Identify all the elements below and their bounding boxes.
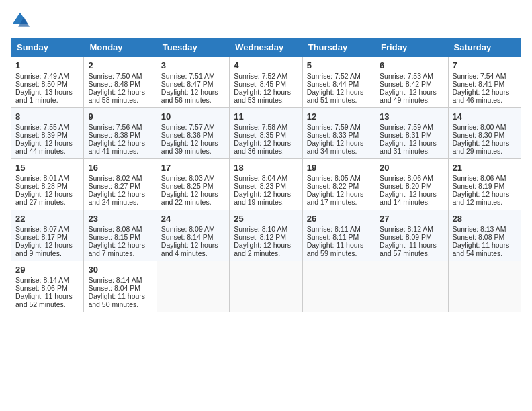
calendar-cell: 24Sunrise: 8:09 AMSunset: 8:14 PMDayligh…: [157, 210, 229, 261]
calendar-cell: 25Sunrise: 8:10 AMSunset: 8:12 PMDayligh…: [230, 210, 302, 261]
calendar-cell: 30Sunrise: 8:14 AMSunset: 8:04 PMDayligh…: [84, 261, 157, 312]
day-info-line: Daylight: 12 hours: [234, 88, 298, 96]
day-info-line: Sunrise: 8:10 AM: [234, 225, 298, 233]
day-info-line: Sunrise: 8:01 AM: [15, 174, 79, 182]
day-info-line: Sunset: 8:22 PM: [307, 182, 371, 190]
day-info-line: Daylight: 12 hours: [234, 190, 298, 198]
day-info-line: Daylight: 12 hours: [234, 241, 298, 249]
day-info-line: Sunset: 8:33 PM: [307, 131, 371, 139]
day-number: 2: [88, 60, 152, 71]
day-info-line: Daylight: 12 hours: [88, 88, 152, 96]
calendar-cell: [448, 261, 521, 312]
day-info-line: Sunrise: 7:49 AM: [15, 72, 79, 80]
day-info-line: Daylight: 12 hours: [15, 190, 79, 198]
day-info-line: Sunset: 8:15 PM: [88, 233, 152, 241]
day-number: 18: [234, 163, 298, 173]
day-info-line: Sunrise: 8:06 AM: [453, 174, 517, 182]
calendar-cell: 2Sunrise: 7:50 AMSunset: 8:48 PMDaylight…: [84, 57, 157, 108]
day-info-line: and 46 minutes.: [453, 96, 517, 104]
day-info-line: Sunrise: 7:50 AM: [88, 72, 152, 80]
day-number: 16: [88, 163, 152, 173]
day-number: 24: [161, 214, 225, 224]
day-info-line: and 57 minutes.: [380, 249, 443, 257]
day-number: 27: [380, 214, 443, 224]
day-info-line: and 19 minutes.: [234, 198, 298, 206]
day-info-line: and 51 minutes.: [307, 96, 371, 104]
calendar-cell: 6Sunrise: 7:53 AMSunset: 8:42 PMDaylight…: [375, 57, 448, 108]
day-info-line: Sunset: 8:38 PM: [88, 131, 152, 139]
day-info-line: and 12 minutes.: [453, 198, 517, 206]
day-info-line: and 50 minutes.: [88, 300, 152, 308]
day-header-wednesday: Wednesday: [230, 38, 302, 57]
day-number: 8: [15, 111, 79, 122]
day-info-line: and 52 minutes.: [15, 300, 79, 308]
day-info-line: Sunrise: 8:00 AM: [453, 123, 517, 131]
day-info-line: Daylight: 12 hours: [161, 241, 225, 249]
day-info-line: Sunset: 8:28 PM: [15, 182, 79, 190]
day-header-sunday: Sunday: [11, 38, 84, 57]
calendar-cell: 21Sunrise: 8:06 AMSunset: 8:19 PMDayligh…: [448, 159, 521, 210]
day-info-line: Daylight: 11 hours: [307, 241, 371, 249]
calendar-cell: 22Sunrise: 8:07 AMSunset: 8:17 PMDayligh…: [11, 210, 84, 261]
day-info-line: and 17 minutes.: [307, 198, 371, 206]
day-info-line: Sunrise: 7:56 AM: [88, 123, 152, 131]
day-info-line: and 49 minutes.: [380, 96, 443, 104]
day-info-line: Sunset: 8:12 PM: [234, 233, 298, 241]
day-info-line: Sunrise: 7:52 AM: [307, 72, 371, 80]
day-info-line: Sunrise: 7:53 AM: [380, 72, 443, 80]
day-info-line: and 31 minutes.: [380, 147, 443, 155]
day-info-line: Sunset: 8:14 PM: [161, 233, 225, 241]
day-info-line: Sunrise: 7:52 AM: [234, 72, 298, 80]
calendar-cell: 8Sunrise: 7:55 AMSunset: 8:39 PMDaylight…: [11, 108, 84, 159]
day-info-line: Sunset: 8:31 PM: [380, 131, 443, 139]
day-number: 28: [453, 214, 517, 224]
day-number: 13: [380, 111, 443, 122]
day-info-line: and 54 minutes.: [453, 249, 517, 257]
day-info-line: Daylight: 12 hours: [161, 88, 225, 96]
calendar-cell: 28Sunrise: 8:13 AMSunset: 8:08 PMDayligh…: [448, 210, 521, 261]
day-header-monday: Monday: [84, 38, 157, 57]
day-info-line: Sunset: 8:35 PM: [234, 131, 298, 139]
day-info-line: and 34 minutes.: [307, 147, 371, 155]
day-number: 6: [380, 60, 443, 71]
calendar-cell: 4Sunrise: 7:52 AMSunset: 8:45 PMDaylight…: [230, 57, 302, 108]
day-info-line: Sunrise: 8:14 AM: [15, 276, 79, 284]
day-info-line: Sunrise: 8:14 AM: [88, 276, 152, 284]
day-info-line: and 1 minute.: [15, 96, 79, 104]
day-info-line: Sunset: 8:25 PM: [161, 182, 225, 190]
day-info-line: Sunrise: 7:59 AM: [380, 123, 443, 131]
day-info-line: Sunset: 8:45 PM: [234, 80, 298, 88]
calendar-cell: 12Sunrise: 7:59 AMSunset: 8:33 PMDayligh…: [302, 108, 375, 159]
day-info-line: Sunset: 8:44 PM: [307, 80, 371, 88]
day-info-line: Sunrise: 8:12 AM: [380, 225, 443, 233]
day-number: 4: [234, 60, 298, 71]
day-info-line: Daylight: 12 hours: [380, 88, 443, 96]
day-info-line: Sunrise: 7:51 AM: [161, 72, 225, 80]
day-info-line: Daylight: 12 hours: [88, 139, 152, 147]
calendar-cell: 10Sunrise: 7:57 AMSunset: 8:36 PMDayligh…: [157, 108, 229, 159]
calendar-cell: 27Sunrise: 8:12 AMSunset: 8:09 PMDayligh…: [375, 210, 448, 261]
day-number: 22: [15, 214, 79, 224]
day-info-line: and 22 minutes.: [161, 198, 225, 206]
day-info-line: Daylight: 12 hours: [161, 190, 225, 198]
day-info-line: and 58 minutes.: [88, 96, 152, 104]
logo: [11, 11, 32, 30]
day-header-saturday: Saturday: [448, 38, 521, 57]
day-header-thursday: Thursday: [302, 38, 375, 57]
calendar-header-row: SundayMondayTuesdayWednesdayThursdayFrid…: [11, 38, 521, 57]
day-header-friday: Friday: [375, 38, 448, 57]
day-info-line: and 53 minutes.: [234, 96, 298, 104]
calendar-cell: [302, 261, 375, 312]
day-number: 19: [307, 163, 371, 173]
day-header-tuesday: Tuesday: [157, 38, 229, 57]
day-number: 10: [161, 111, 225, 122]
day-info-line: Sunset: 8:19 PM: [453, 182, 517, 190]
calendar-week-4: 22Sunrise: 8:07 AMSunset: 8:17 PMDayligh…: [11, 210, 521, 261]
day-info-line: Sunset: 8:04 PM: [88, 284, 152, 292]
calendar-cell: 19Sunrise: 8:05 AMSunset: 8:22 PMDayligh…: [302, 159, 375, 210]
day-info-line: Sunrise: 8:07 AM: [15, 225, 79, 233]
calendar-table: SundayMondayTuesdayWednesdayThursdayFrid…: [11, 38, 521, 312]
calendar-cell: 9Sunrise: 7:56 AMSunset: 8:38 PMDaylight…: [84, 108, 157, 159]
calendar-cell: 26Sunrise: 8:11 AMSunset: 8:11 PMDayligh…: [302, 210, 375, 261]
day-info-line: and 41 minutes.: [88, 147, 152, 155]
